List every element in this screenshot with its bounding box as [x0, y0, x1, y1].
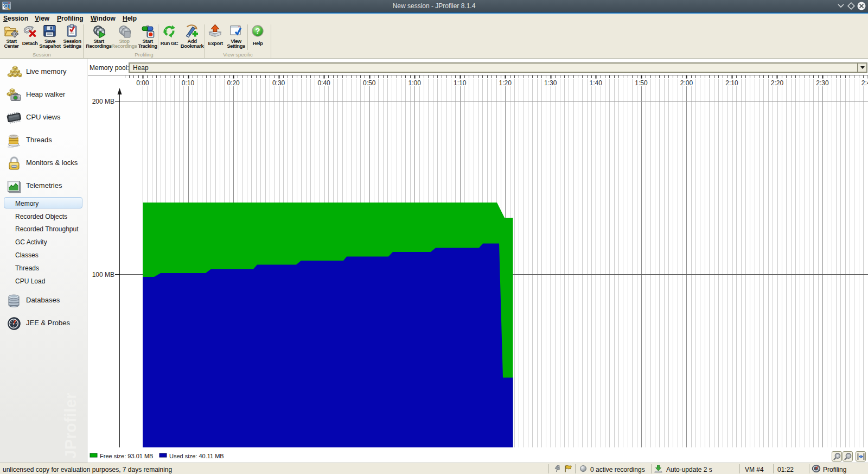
svg-text:1:50: 1:50	[635, 79, 648, 87]
svg-text:0:20: 0:20	[227, 79, 240, 87]
svg-text:1:10: 1:10	[454, 79, 467, 87]
svg-text:?: ?	[256, 27, 260, 35]
svg-text:0:10: 0:10	[182, 79, 195, 87]
svg-text:2:40: 2:40	[861, 79, 868, 87]
svg-text:0:50: 0:50	[363, 79, 376, 87]
svg-text:1:00: 1:00	[409, 79, 422, 87]
svg-text:2:00: 2:00	[680, 79, 693, 87]
svg-text:2:30: 2:30	[816, 79, 829, 87]
svg-text:200 MB: 200 MB	[92, 98, 114, 105]
svg-text:Free size: 93.01 MB: Free size: 93.01 MB	[100, 453, 153, 459]
svg-text:100 MB: 100 MB	[92, 271, 114, 279]
svg-text:0:00: 0:00	[136, 79, 149, 87]
svg-text:1:30: 1:30	[544, 79, 557, 87]
svg-text:0:30: 0:30	[272, 79, 285, 87]
svg-text:2:20: 2:20	[771, 79, 784, 87]
svg-text:Used size: 40.11 MB: Used size: 40.11 MB	[169, 453, 224, 459]
svg-text:1:20: 1:20	[499, 79, 512, 87]
svg-text:2:10: 2:10	[725, 79, 738, 87]
svg-text:1:40: 1:40	[590, 79, 603, 87]
svg-text:0:40: 0:40	[317, 79, 330, 87]
